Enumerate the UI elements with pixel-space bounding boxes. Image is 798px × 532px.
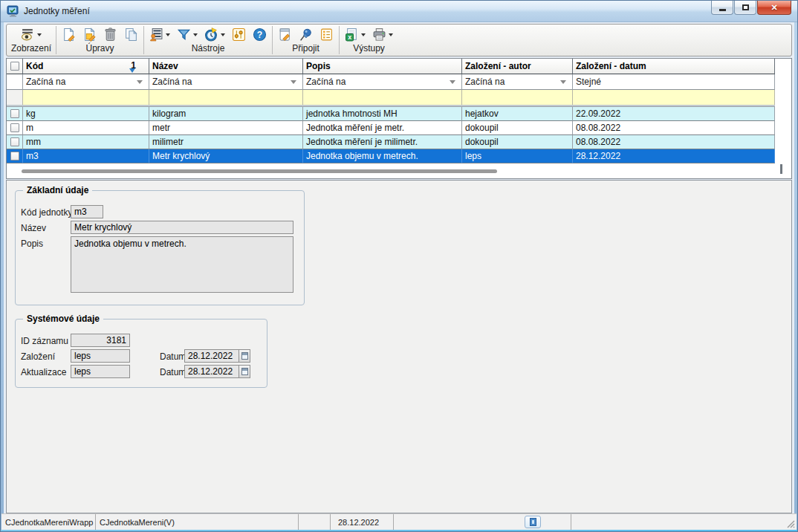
cell-datum: 28.12.2022	[573, 149, 775, 163]
filter-combo-autor[interactable]: Začíná na	[462, 74, 573, 90]
select-all-checkbox[interactable]	[10, 62, 19, 71]
vertical-scrollbar-thumb[interactable]	[780, 164, 782, 174]
filter-input-nazev[interactable]	[149, 90, 303, 105]
horizontal-scrollbar-thumb[interactable]	[22, 169, 497, 173]
print-button[interactable]	[372, 27, 394, 42]
cell-popis: Jednotka měření je metr.	[303, 121, 462, 135]
filter-combo-popis[interactable]: Začíná na	[303, 74, 462, 90]
id-zaznamu-field: 3181	[71, 334, 130, 347]
aktualizace-datum-label: Datum	[160, 367, 186, 377]
aktualizace-label: Aktualizace	[21, 367, 66, 377]
cell-kod: kg	[23, 107, 149, 121]
cell-autor: leps	[462, 149, 573, 163]
status-monitor-button[interactable]	[525, 516, 541, 528]
aktualizace-datum-picker-button[interactable]	[239, 365, 250, 378]
grid-input-row	[7, 90, 775, 105]
chevron-down-icon	[37, 33, 42, 39]
chevron-down-icon	[361, 33, 366, 39]
row-checkbox[interactable]	[10, 137, 19, 146]
calendar-icon	[241, 368, 248, 375]
filter-combo-datum[interactable]: Stejné	[573, 74, 775, 90]
filter-input-datum[interactable]	[573, 90, 775, 105]
cell-popis: Jednotka objemu v metrech.	[303, 149, 462, 163]
excel-export-icon: x	[345, 27, 359, 42]
attach-note-button[interactable]	[277, 27, 293, 42]
aktualizace-datum-field[interactable]: 28.12.2022	[184, 365, 239, 378]
related-records-button[interactable]	[149, 27, 171, 42]
row-checkbox[interactable]	[10, 152, 19, 160]
help-button[interactable]: ?	[252, 27, 267, 42]
app-window: Jednotky měření ✕	[0, 0, 798, 532]
copy-record-button[interactable]	[123, 27, 139, 42]
filter-input-popis[interactable]	[303, 90, 462, 105]
cell-kod: mm	[23, 135, 149, 149]
close-button[interactable]: ✕	[757, 1, 791, 15]
cell-kod: m3	[23, 149, 149, 163]
column-header-zalozeni-autor[interactable]: Založení - autor	[462, 59, 573, 74]
excel-export-button[interactable]: x	[344, 27, 366, 42]
header-checkbox-cell[interactable]	[7, 59, 23, 74]
column-header-popis[interactable]: Popis	[303, 59, 462, 74]
new-record-button[interactable]	[61, 27, 77, 42]
column-header-nazev[interactable]: Název	[149, 59, 303, 74]
chevron-down-icon	[560, 80, 566, 87]
tasks-button[interactable]	[319, 27, 334, 42]
pin-button[interactable]	[298, 27, 314, 42]
toolbar-group-pripojit: Připojit	[273, 25, 339, 56]
status-segment-tools	[394, 514, 571, 530]
minimize-button[interactable]	[711, 1, 733, 15]
kod-jednotky-field[interactable]: m3	[71, 205, 103, 218]
zalozeni-datum-field[interactable]: 28.12.2022	[184, 349, 239, 363]
row-checkbox[interactable]	[10, 109, 19, 118]
filter-combo-nazev[interactable]: Začíná na	[149, 74, 303, 90]
toolbar-group-label: Nástroje	[149, 42, 267, 55]
table-row[interactable]: m metr Jednotka měření je metr. dokoupil…	[7, 121, 775, 135]
table-row[interactable]: mm milimetr Jednotka měření je milimetr.…	[7, 135, 775, 149]
resize-grip-icon[interactable]	[785, 519, 795, 528]
table-row-selected[interactable]: m3 Metr krychlový Jednotka objemu v metr…	[7, 149, 775, 163]
view-dropdown-button[interactable]	[20, 27, 42, 42]
history-icon	[204, 27, 218, 42]
toolbar-group-label: Připojit	[277, 42, 334, 55]
close-icon: ✕	[771, 3, 777, 13]
client-area: Zobrazení	[4, 22, 794, 513]
group-zakladni-udaje: Základní údaje Kód jednotky m3 Název Met…	[15, 190, 305, 305]
nazev-field[interactable]: Metr krychlový	[71, 221, 293, 234]
print-icon	[372, 27, 386, 42]
history-button[interactable]	[204, 27, 226, 42]
window-bottom-border	[1, 530, 797, 531]
filter-button[interactable]	[176, 27, 198, 42]
settings-button[interactable]	[231, 27, 247, 42]
help-icon: ?	[253, 27, 267, 42]
delete-record-icon	[103, 27, 117, 42]
pin-icon	[299, 27, 313, 42]
toolbar-group-label: Zobrazení	[11, 42, 51, 55]
aktualizace-autor-field: leps	[71, 365, 130, 378]
cell-autor: hejatkov	[462, 107, 573, 121]
svg-text:?: ?	[257, 30, 262, 40]
toolbar-group-zobrazeni: Zobrazení	[7, 25, 56, 56]
svg-text:x: x	[348, 33, 351, 41]
column-header-zalozeni-datum[interactable]: Založení - datum	[573, 59, 775, 74]
filter-combo-kod[interactable]: Začíná na	[23, 74, 149, 90]
cell-nazev: Metr krychlový	[149, 149, 303, 163]
nazev-label: Název	[21, 223, 46, 233]
new-record-icon	[62, 27, 76, 42]
column-header-kod[interactable]: Kód 1	[23, 59, 149, 74]
cell-nazev: kilogram	[149, 107, 303, 121]
row-checkbox[interactable]	[10, 123, 19, 132]
zalozeni-datum-picker-button[interactable]	[239, 349, 250, 363]
delete-record-button[interactable]	[103, 27, 118, 42]
group-title: Základní údaje	[23, 185, 92, 195]
popis-field[interactable]: Jednotka objemu v metrech.	[71, 236, 293, 293]
edit-record-button[interactable]	[82, 27, 97, 42]
cell-autor: dokoupil	[462, 121, 573, 135]
table-row[interactable]: kg kilogram jednotka hmotnosti MH hejatk…	[7, 107, 775, 121]
filter-input-autor[interactable]	[462, 90, 573, 105]
maximize-button[interactable]	[734, 1, 756, 15]
group-title: Systémové údaje	[23, 314, 103, 324]
cell-datum: 08.08.2022	[573, 121, 775, 135]
group-systemove-udaje: Systémové údaje ID záznamu 3181 Založení…	[15, 319, 267, 388]
filter-input-kod[interactable]	[23, 90, 149, 105]
cell-kod: m	[23, 121, 149, 135]
